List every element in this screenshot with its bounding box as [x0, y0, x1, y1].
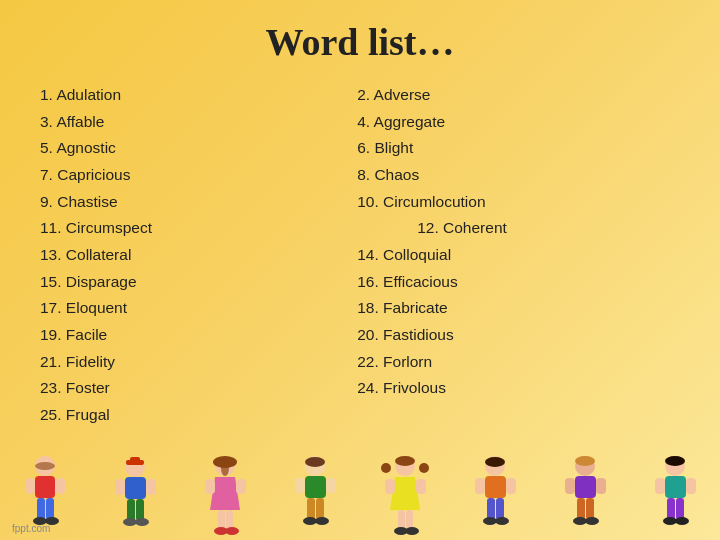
svg-point-65 [573, 517, 587, 525]
svg-rect-55 [496, 498, 504, 520]
svg-point-66 [585, 517, 599, 525]
kid-6 [468, 452, 523, 540]
svg-point-36 [303, 517, 317, 525]
slide: Word list… 1. Adulation3. Affable5. Agno… [0, 0, 720, 540]
svg-rect-15 [127, 499, 135, 521]
svg-rect-5 [37, 498, 45, 520]
svg-rect-12 [125, 477, 146, 499]
svg-point-41 [395, 456, 415, 466]
svg-point-30 [305, 457, 325, 467]
svg-rect-46 [406, 510, 413, 530]
word-item: 17. Eloquent [40, 295, 347, 322]
word-item: 19. Facile [40, 322, 347, 349]
svg-point-74 [663, 517, 677, 525]
word-columns: 1. Adulation3. Affable5. Agnostic7. Capr… [30, 82, 690, 429]
word-item: 9. Chastise [40, 189, 347, 216]
svg-rect-3 [26, 478, 35, 494]
right-column: 2. Adverse4. Aggregate6. Blight8. Chaos1… [347, 82, 680, 429]
kid-2 [108, 452, 163, 540]
word-item: 11. Circumspect [40, 215, 347, 242]
svg-rect-14 [146, 479, 156, 495]
svg-point-75 [675, 517, 689, 525]
svg-point-59 [575, 456, 595, 466]
svg-point-57 [495, 517, 509, 525]
svg-rect-72 [667, 498, 675, 520]
word-item: 18. Fabricate [357, 295, 680, 322]
svg-rect-62 [596, 478, 606, 494]
kids-strip [0, 440, 720, 540]
word-item: 6. Blight [357, 135, 680, 162]
svg-rect-53 [506, 478, 516, 494]
svg-rect-43 [385, 479, 395, 494]
watermark: fppt.com [12, 523, 50, 534]
svg-rect-45 [398, 510, 405, 530]
word-item: 22. Forlorn [357, 349, 680, 376]
svg-rect-51 [485, 476, 506, 498]
word-item: 16. Efficacious [357, 269, 680, 296]
svg-rect-34 [307, 498, 315, 520]
slide-title: Word list… [30, 20, 690, 64]
word-item: 8. Chaos [357, 162, 680, 189]
left-column: 1. Adulation3. Affable5. Agnostic7. Capr… [40, 82, 347, 429]
svg-rect-73 [676, 498, 684, 520]
kid-8 [648, 452, 703, 540]
svg-point-37 [315, 517, 329, 525]
svg-rect-71 [686, 478, 696, 494]
svg-rect-35 [316, 498, 324, 520]
svg-rect-31 [305, 476, 326, 498]
word-item: 21. Fidelity [40, 349, 347, 376]
word-item: 10. Circumlocution [357, 189, 680, 216]
svg-point-50 [485, 457, 505, 467]
svg-point-18 [135, 518, 149, 526]
svg-rect-2 [35, 476, 55, 498]
word-item: 3. Affable [40, 109, 347, 136]
svg-rect-4 [56, 478, 65, 494]
svg-point-38 [381, 463, 391, 473]
svg-rect-23 [205, 479, 215, 494]
word-item: 2. Adverse [357, 82, 680, 109]
svg-rect-32 [295, 478, 305, 493]
svg-rect-24 [236, 479, 246, 494]
svg-rect-63 [577, 498, 585, 520]
svg-point-1 [35, 462, 55, 470]
word-item: 1. Adulation [40, 82, 347, 109]
svg-rect-54 [487, 498, 495, 520]
svg-point-56 [483, 517, 497, 525]
svg-rect-13 [115, 479, 125, 495]
svg-point-21 [221, 460, 229, 476]
kid-5 [378, 452, 433, 540]
kid-4 [288, 452, 343, 540]
word-item: 25. Frugal [40, 402, 347, 429]
word-item: 7. Capricious [40, 162, 347, 189]
word-item: 20. Fastidious [357, 322, 680, 349]
svg-rect-26 [226, 510, 233, 530]
svg-rect-69 [665, 476, 686, 498]
kid-7 [558, 452, 613, 540]
svg-rect-44 [416, 479, 426, 494]
word-item: 14. Colloquial [357, 242, 680, 269]
svg-rect-11 [130, 457, 140, 462]
svg-rect-52 [475, 478, 485, 494]
svg-point-39 [419, 463, 429, 473]
word-item: 15. Disparage [40, 269, 347, 296]
svg-rect-70 [655, 478, 665, 494]
word-item: 23. Foster [40, 375, 347, 402]
svg-rect-33 [326, 478, 336, 493]
svg-rect-61 [565, 478, 575, 494]
svg-point-48 [405, 527, 419, 535]
svg-point-28 [225, 527, 239, 535]
svg-point-68 [665, 456, 685, 466]
svg-rect-64 [586, 498, 594, 520]
word-item: 4. Aggregate [357, 109, 680, 136]
word-item: 5. Agnostic [40, 135, 347, 162]
word-item: 24. Frivolous [357, 375, 680, 402]
kid-3 [198, 452, 253, 540]
svg-rect-25 [218, 510, 225, 530]
svg-rect-16 [136, 499, 144, 521]
svg-rect-60 [575, 476, 596, 498]
svg-point-17 [123, 518, 137, 526]
svg-rect-6 [46, 498, 54, 520]
word-item: 13. Collateral [40, 242, 347, 269]
word-item: 12. Coherent [357, 215, 680, 242]
